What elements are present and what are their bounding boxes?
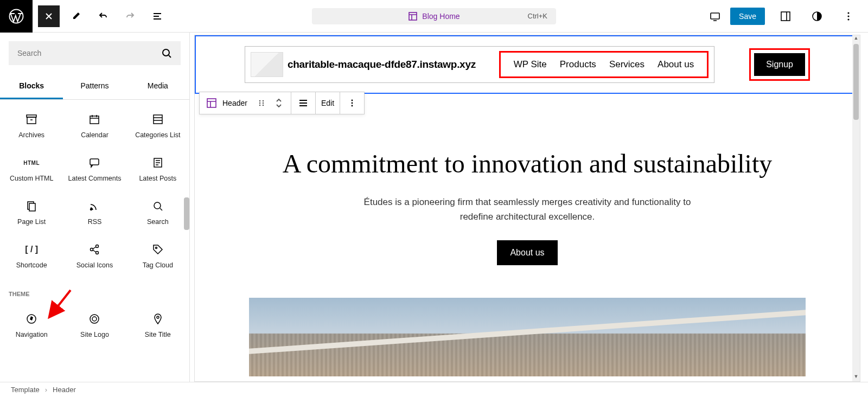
chevron-right-icon: ›	[45, 386, 47, 394]
block-item-label: Custom HTML	[10, 175, 54, 182]
editor-canvas: charitable-macaque-dfde87.instawp.xyz WP…	[194, 35, 860, 382]
svg-point-36	[352, 100, 353, 101]
close-button[interactable]	[38, 5, 60, 27]
svg-point-21	[96, 252, 99, 254]
svg-point-32	[263, 105, 264, 106]
block-item-rss[interactable]: RSS	[63, 191, 126, 234]
block-item-tag[interactable]: Tag Cloud	[126, 234, 189, 278]
view-desktop-icon[interactable]	[704, 5, 726, 27]
block-item-label: RSS	[88, 218, 102, 226]
inserter-tabs: Blocks Patterns Media	[0, 74, 189, 100]
svg-point-20	[96, 245, 99, 248]
styles-toggle[interactable]	[806, 5, 828, 27]
search-input[interactable]	[17, 49, 161, 57]
save-button[interactable]: Save	[730, 8, 765, 25]
hero-cta-button[interactable]: About us	[497, 240, 557, 265]
header-group-selected[interactable]: charitable-macaque-dfde87.instawp.xyz WP…	[245, 46, 714, 83]
svg-rect-10	[27, 115, 36, 117]
more-options-button[interactable]	[838, 5, 859, 27]
drag-handle-icon[interactable]	[255, 97, 268, 110]
block-more-options[interactable]	[340, 92, 364, 114]
block-item-label: Search	[147, 218, 169, 226]
settings-panel-toggle[interactable]	[775, 5, 796, 27]
edit-template-button[interactable]: Edit	[316, 92, 340, 114]
svg-point-18	[154, 202, 161, 209]
svg-rect-34	[299, 103, 307, 104]
block-item-categories[interactable]: Categories List	[126, 104, 189, 148]
hero-section[interactable]: A commitment to innovation and sustainab…	[195, 94, 860, 287]
block-item-search[interactable]: Search	[126, 191, 189, 234]
block-item-shortcode[interactable]: [ / ]Shortcode	[0, 234, 63, 278]
nav-link[interactable]: WP Site	[514, 59, 547, 70]
edit-icon[interactable]	[65, 5, 87, 27]
document-overview-button[interactable]	[146, 5, 168, 27]
search-icon	[161, 48, 172, 59]
move-updown-icon[interactable]	[272, 97, 285, 110]
block-item-calendar[interactable]: Calendar	[63, 104, 126, 148]
categories-icon	[152, 113, 164, 126]
header-template-part[interactable]: charitable-macaque-dfde87.instawp.xyz WP…	[195, 35, 860, 94]
site-logo-placeholder[interactable]	[251, 52, 283, 77]
breadcrumb: Template › Header	[0, 382, 868, 397]
block-item-label: Tag Cloud	[143, 261, 173, 269]
scroll-down-arrow[interactable]: ▼	[852, 374, 860, 381]
nav-link[interactable]: Services	[609, 59, 644, 70]
svg-point-30	[263, 103, 264, 104]
svg-point-37	[352, 103, 353, 104]
block-item-label: Categories List	[135, 131, 180, 139]
scrollbar-thumb[interactable]	[853, 44, 859, 120]
svg-point-7	[847, 18, 849, 20]
block-item-comments[interactable]: Latest Comments	[63, 148, 126, 191]
tab-media[interactable]: Media	[126, 74, 189, 99]
svg-point-38	[352, 105, 353, 107]
tab-patterns[interactable]: Patterns	[63, 74, 126, 99]
svg-rect-3	[781, 12, 790, 21]
svg-point-8	[163, 49, 169, 56]
block-item-posts[interactable]: Latest Posts	[126, 148, 189, 191]
scrollbar-thumb[interactable]	[184, 197, 189, 230]
block-item-label: Navigation	[16, 331, 48, 338]
tab-blocks[interactable]: Blocks	[0, 74, 63, 99]
template-part-icon	[205, 97, 218, 110]
breadcrumb-root[interactable]: Template	[11, 386, 40, 394]
svg-rect-1	[409, 12, 417, 20]
nav-link[interactable]: Products	[560, 59, 596, 70]
hero-image[interactable]	[249, 298, 806, 376]
svg-point-22	[155, 247, 157, 249]
svg-point-5	[847, 12, 849, 14]
block-item-label: Site Logo	[80, 331, 109, 338]
shortcode-icon: [ / ]	[25, 243, 38, 256]
site-title[interactable]: charitable-macaque-dfde87.instawp.xyz	[288, 59, 476, 71]
section-theme-label: Theme	[0, 278, 189, 304]
compass-icon	[25, 312, 37, 325]
navigation-menu[interactable]: WP Site Products Services About us	[499, 51, 709, 78]
block-item-share[interactable]: Social Icons	[63, 234, 126, 278]
hero-paragraph[interactable]: Études is a pioneering firm that seamles…	[359, 195, 695, 224]
block-item-html[interactable]: HTMLCustom HTML	[0, 148, 63, 191]
align-button[interactable]	[291, 92, 316, 114]
scroll-up-arrow[interactable]: ▲	[852, 35, 860, 43]
wordpress-logo[interactable]	[0, 0, 33, 33]
nav-link[interactable]: About us	[658, 59, 694, 70]
block-name-label: Header	[222, 99, 247, 107]
breadcrumb-current[interactable]: Header	[53, 386, 76, 394]
svg-rect-26	[207, 99, 216, 107]
svg-point-31	[259, 105, 261, 106]
signup-highlight: Signup	[749, 48, 810, 81]
document-title: Blog Home	[422, 12, 459, 21]
redo-button[interactable]	[119, 5, 141, 27]
signup-button[interactable]: Signup	[754, 53, 805, 76]
block-search[interactable]	[9, 41, 181, 65]
svg-rect-35	[299, 105, 307, 106]
block-item-sitelogo[interactable]: Site Logo	[63, 304, 126, 347]
blocks-list: ArchivesCalendarCategories ListHTMLCusto…	[0, 100, 189, 382]
canvas-scrollbar[interactable]: ▲ ▼	[852, 35, 860, 381]
block-item-pagelist[interactable]: Page List	[0, 191, 63, 234]
block-type-button[interactable]: Header	[200, 92, 291, 114]
block-item-compass[interactable]: Navigation	[0, 304, 63, 347]
document-title-bar[interactable]: Blog Home Ctrl+K	[312, 8, 556, 24]
hero-heading[interactable]: A commitment to innovation and sustainab…	[271, 148, 784, 180]
undo-button[interactable]	[92, 5, 114, 27]
block-item-pin[interactable]: Site Title	[126, 304, 189, 347]
block-item-archives[interactable]: Archives	[0, 104, 63, 148]
